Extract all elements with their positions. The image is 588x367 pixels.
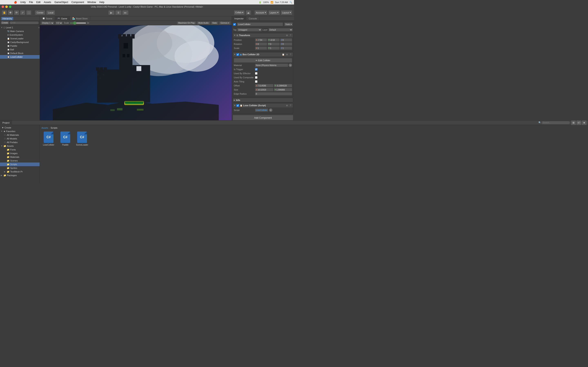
size-y-input[interactable] <box>277 89 291 91</box>
used-by-composite-checkbox[interactable] <box>255 76 258 79</box>
transform-settings-icon[interactable]: ⚙ <box>285 34 288 37</box>
packages-group[interactable]: ▶ 📁 Packages <box>0 174 40 177</box>
inspector-tab[interactable]: Inspector <box>232 16 246 21</box>
menu-help[interactable]: Help <box>99 1 104 4</box>
used-by-effector-checkbox[interactable] <box>255 72 258 75</box>
create-button[interactable]: Create <box>1 21 9 25</box>
close-button[interactable] <box>2 6 4 8</box>
box-collider-header[interactable]: ▼ ▣ Box Collider 2D 📋 ⚙ ? <box>233 52 293 57</box>
maximize-on-play-button[interactable]: Maximize On Play <box>177 21 196 25</box>
step-button[interactable]: ⏭ <box>122 10 129 15</box>
object-active-checkbox[interactable] <box>233 23 236 26</box>
local-button[interactable]: Local <box>46 10 55 15</box>
menu-window[interactable]: Window <box>87 1 96 4</box>
play-button[interactable]: ▶ <box>108 10 115 15</box>
hierarchy-tab[interactable]: Hierarchy <box>1 17 13 20</box>
collider-enabled-checkbox[interactable] <box>236 53 239 56</box>
material-select-icon[interactable]: ⊙ <box>288 63 292 67</box>
pause-button[interactable]: ⏸ <box>115 10 122 15</box>
is-trigger-checkbox[interactable] <box>255 68 258 71</box>
scale-y-input[interactable] <box>270 47 279 49</box>
script-enabled-checkbox[interactable] <box>236 104 239 107</box>
menu-assets[interactable]: Assets <box>44 1 51 4</box>
rotation-x-input[interactable] <box>258 43 267 45</box>
game-tab[interactable]: 🎮 Game <box>55 16 70 21</box>
center-button[interactable]: Center <box>35 10 45 15</box>
layer-select[interactable]: Default <box>268 28 293 31</box>
rect-tool-button[interactable]: ⬚ <box>26 10 31 15</box>
auto-tiling-checkbox[interactable] <box>255 80 258 83</box>
collider-help-icon[interactable]: ? <box>289 53 292 56</box>
rotation-y-input[interactable] <box>270 43 279 45</box>
hier-item-eventsystem[interactable]: ▶ ⚙ EventSystem <box>0 33 40 37</box>
minimize-button[interactable] <box>5 6 8 8</box>
hier-item-losecollider[interactable]: ▶ 🔲 LoseCollider <box>0 55 40 59</box>
hier-item-level1[interactable]: ▼ ⬡ Level 1 ≡ <box>0 26 40 29</box>
move-tool-button[interactable]: ✥ <box>8 10 13 15</box>
hier-item-maincamera[interactable]: ▶ 📷 Main Camera <box>0 29 40 33</box>
hier-item-paddle[interactable]: ▶ 🔲 Paddle <box>0 44 40 48</box>
layout-button[interactable]: Layout ▾ <box>281 10 292 15</box>
edge-radius-input[interactable] <box>255 92 292 95</box>
hand-tool-button[interactable]: ✋ <box>2 10 7 15</box>
stats-button[interactable]: Stats <box>211 21 218 25</box>
hierarchy-search-input[interactable] <box>9 21 39 24</box>
mute-audio-button[interactable]: Mute Audio <box>197 21 210 25</box>
position-z-input[interactable] <box>283 39 291 41</box>
console-tab[interactable]: Console <box>246 16 259 21</box>
menu-edit[interactable]: Edit <box>36 1 41 4</box>
offset-x-input[interactable] <box>258 85 273 87</box>
gizmos-button[interactable]: Gizmos ▾ <box>219 21 231 25</box>
menu-component[interactable]: Component <box>71 1 84 4</box>
scene-tab[interactable]: 🔲 Scene <box>40 16 55 21</box>
aspect-select[interactable]: 4:3 <box>55 21 63 25</box>
transform-header[interactable]: ▼ ⊞ Transform ⚙ ? <box>233 33 293 37</box>
project-tab[interactable]: Project <box>0 120 12 125</box>
losecollider-script-header[interactable]: ▼ 📋 Lose Collider (Script) ⚙ ? <box>233 103 293 108</box>
all-prefabs-item[interactable]: ⬡ All Prefabs <box>0 141 40 144</box>
script-select-icon[interactable]: ⊙ <box>269 108 273 112</box>
display-select[interactable]: Display 1 <box>41 21 54 25</box>
add-component-button[interactable]: Add Component <box>233 115 293 120</box>
offset-y-input[interactable] <box>277 85 291 87</box>
info-header[interactable]: ▶ Info <box>233 98 293 102</box>
paddle-file[interactable]: C# Paddle <box>58 131 72 147</box>
assets-group[interactable]: ▼ 📁 Assets <box>0 144 40 148</box>
cloud-button[interactable]: ☁ <box>246 10 251 15</box>
scale-x-input[interactable] <box>258 47 267 49</box>
position-y-input[interactable] <box>270 39 279 41</box>
collab-button[interactable]: Collab ▾ <box>234 10 245 15</box>
transform-help-icon[interactable]: ? <box>289 34 292 37</box>
tag-select[interactable]: Untagged <box>237 28 261 31</box>
menu-file[interactable]: File <box>29 1 33 4</box>
script-settings-icon[interactable]: ⚙ <box>285 104 288 107</box>
favorites-group[interactable]: ▼ ★ Favorites <box>0 129 40 133</box>
assetstore-tab[interactable]: 🏪 Asset Store <box>70 16 90 21</box>
all-models-item[interactable]: ⬡ All Models <box>0 137 40 141</box>
sceneloader-file[interactable]: C# SceneLoader <box>75 131 89 147</box>
layers-button[interactable]: Layers ▾ <box>268 10 280 15</box>
create-proj-item[interactable]: ▼ Create <box>0 126 40 129</box>
edit-collider-button[interactable]: ✏ Edit Collider <box>234 58 292 63</box>
rotate-tool-button[interactable]: ⟳ <box>14 10 19 15</box>
scale-tool-button[interactable]: ⤢ <box>20 10 25 15</box>
hier-item-castyrbackground[interactable]: ▶ 🔲 CastyrBackground <box>0 40 40 44</box>
size-x-input[interactable] <box>258 89 273 91</box>
static-button[interactable]: Static ▾ <box>284 22 293 26</box>
scenes-item[interactable]: ▶ 📁 Scenes <box>0 159 40 162</box>
position-x-input[interactable] <box>258 39 267 41</box>
collider-script-icon[interactable]: 📋 <box>282 53 285 56</box>
menu-unity[interactable]: Unity <box>20 1 26 4</box>
hier-item-ball[interactable]: ▶ 🔲 Ball <box>0 48 40 51</box>
maximize-button[interactable] <box>9 6 11 8</box>
hier-item-defaultblock[interactable]: ▶ 🔲 Default Block <box>0 51 40 55</box>
textmesh-item[interactable]: ▶ 📁 TextMesh Pr <box>0 170 40 174</box>
rotation-z-input[interactable] <box>283 43 291 45</box>
images-item[interactable]: ▶ 📁 Images <box>0 151 40 155</box>
losecollider-file[interactable]: C# LoseCollider <box>42 131 56 147</box>
scripts-item[interactable]: ▶ 📁 Scripts <box>0 162 40 166</box>
account-button[interactable]: Account ▾ <box>254 10 268 15</box>
apple-menu[interactable]: 🍎 <box>14 1 17 4</box>
fonts-item[interactable]: ▶ 📁 Fonts <box>0 148 40 151</box>
all-materials-item[interactable]: ⬡ All Materials <box>0 133 40 137</box>
